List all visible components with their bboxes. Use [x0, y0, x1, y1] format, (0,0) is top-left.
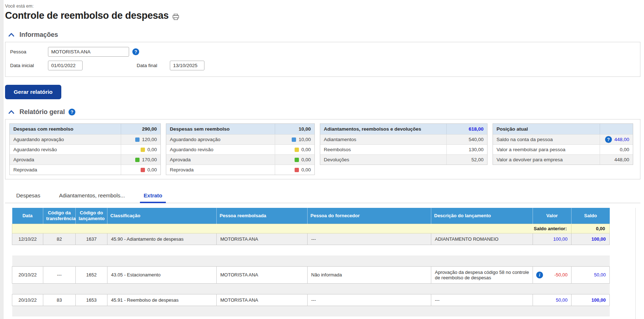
- page-title: Controle de reembolso de despesas: [5, 10, 169, 21]
- card-row-value-cell: 448,00: [600, 155, 633, 165]
- card-total: 290,00: [121, 124, 160, 134]
- card-row-label: Aprovada: [166, 157, 275, 162]
- card-row-value-cell: 10,00: [275, 135, 314, 144]
- saldo-conta-help-icon[interactable]: ?: [605, 136, 612, 143]
- card-row-value-cell: 540,00: [446, 135, 487, 144]
- data-inicial-input[interactable]: [48, 61, 83, 70]
- cell-pessoa-reembolsada: MOTORISTA ANA: [217, 294, 308, 306]
- card-row-value: 120,00: [142, 137, 157, 142]
- card-title: Despesas com reembolso: [10, 126, 121, 132]
- card-row-label: Aguardando revisão: [166, 147, 275, 152]
- card-row-label: Saldo na conta da pessoa: [493, 137, 600, 142]
- card-row-value: 448,00: [614, 157, 629, 162]
- tab-extrato[interactable]: Extrato: [143, 190, 163, 203]
- card-row-label: Aprovada: [10, 157, 121, 162]
- card-row-value: 10,00: [299, 137, 311, 142]
- gerar-relatorio-button[interactable]: Gerar relatório: [5, 85, 61, 99]
- summary-card-header: Posição atual: [493, 124, 633, 134]
- cell-data: 12/10/22: [12, 233, 43, 245]
- status-swatch-icon: [292, 137, 296, 142]
- status-swatch-icon: [135, 137, 140, 142]
- pessoa-label: Pessoa: [10, 49, 48, 54]
- cell-descricao: Aprovação da despesa código 58 no contro…: [431, 266, 533, 283]
- cell-saldo: 50,00: [572, 266, 610, 283]
- print-icon[interactable]: [172, 14, 179, 20]
- card-row-label: Aguardando aprovação: [10, 137, 121, 142]
- tab-adiantamentos[interactable]: Adiantamentos, reembols...: [58, 190, 126, 203]
- collapse-relatorio-geral-icon[interactable]: [8, 110, 14, 114]
- card-row-value: 170,00: [142, 157, 157, 162]
- saldo-anterior-row: Saldo anterior:0,00: [12, 224, 610, 233]
- column-header: Código da transferência: [43, 208, 76, 224]
- cell-valor: 100,00: [533, 233, 572, 245]
- status-swatch-icon: [141, 148, 145, 152]
- saldo-value: 100,00: [591, 236, 606, 242]
- saldo-anterior-value: 0,00: [572, 224, 610, 233]
- cell-valor: 50,00: [533, 294, 572, 306]
- card-row-value-cell: 130,00: [446, 145, 487, 154]
- data-final-label: Data final: [137, 63, 170, 68]
- saldo-value: 50,00: [594, 272, 606, 278]
- data-final-input[interactable]: [170, 61, 204, 70]
- extrato-header-row: DataCódigo da transferênciaCódigo do lan…: [12, 208, 610, 224]
- card-row-value-cell: 0,00: [121, 145, 160, 154]
- relatorio-geral-help-icon[interactable]: ?: [69, 109, 75, 115]
- card-row: Aprovada0,00: [166, 154, 314, 165]
- cell-valor: i-50,00: [533, 266, 572, 283]
- card-row-value: 540,00: [469, 137, 484, 142]
- card-row-label: Reprovada: [166, 167, 275, 172]
- data-inicial-label: Data inicial: [10, 63, 48, 68]
- card-row-value-cell: 0,00: [275, 155, 314, 165]
- summary-card-header: Adiantamentos, reembolsos e devoluções61…: [320, 124, 487, 134]
- card-row: Saldo na conta da pessoa?448,00: [493, 134, 633, 144]
- card-row: Adiantamentos540,00: [320, 134, 487, 144]
- card-row: Devoluções52,00: [320, 154, 487, 165]
- valor-value: 50,00: [556, 297, 568, 303]
- spacer-cell: [12, 245, 610, 255]
- cell-cod-transferencia: 83: [43, 294, 76, 306]
- spacer-row: [12, 255, 610, 266]
- column-header: Pessoa reembolsada: [217, 208, 308, 224]
- tab-despesas[interactable]: Despesas: [16, 190, 41, 203]
- cell-cod-transferencia: 82: [43, 233, 76, 245]
- card-row-value: 0,00: [620, 147, 629, 152]
- cell-classificacao: 43.05 - Estacionamento: [107, 266, 217, 283]
- card-row-value: 448,00: [614, 137, 629, 142]
- card-row-label: Aguardando revisão: [10, 147, 121, 152]
- card-row-value: 130,00: [469, 147, 484, 152]
- card-row-label: Reembolsos: [320, 147, 446, 152]
- card-row: Reprovada0,00: [166, 165, 314, 175]
- card-row-value: 0,00: [301, 157, 311, 162]
- card-row-value-cell: 0,00: [121, 165, 160, 175]
- cell-descricao: ADIANTAMENTO ROMANEIO: [431, 233, 533, 245]
- left-gutter: [0, 0, 4, 319]
- column-header: Pessoa do fornecedor: [308, 208, 431, 224]
- cell-classificacao: 45.91 - Reembolso de despesas: [107, 294, 217, 306]
- collapse-informacoes-icon[interactable]: [8, 33, 14, 37]
- column-header: Valor: [533, 208, 572, 224]
- saldo-value: 100,00: [591, 297, 606, 303]
- card-row: Aguardando revisão0,00: [166, 144, 314, 154]
- lancamento-info-icon[interactable]: i: [536, 271, 543, 278]
- spacer-row: [12, 245, 610, 255]
- card-row: Reembolsos130,00: [320, 144, 487, 154]
- cell-classificacao: 45.90 - Adiantamento de despesas: [107, 233, 217, 245]
- status-swatch-icon: [295, 148, 299, 152]
- cell-cod-lancamento: 1653: [76, 294, 107, 306]
- summary-card-header: Despesas com reembolso290,00: [10, 124, 160, 134]
- card-row-value: 0,00: [147, 167, 157, 172]
- card-row-label: Adiantamentos: [320, 137, 446, 142]
- content-right-border: [635, 208, 636, 319]
- pessoa-input[interactable]: [48, 47, 129, 57]
- card-row-value-cell: 0,00: [275, 145, 314, 154]
- card-row-label: Devoluções: [320, 157, 446, 162]
- spacer-row: [12, 306, 610, 316]
- card-row: Reprovada0,00: [10, 165, 160, 175]
- card-row: Aguardando revisão0,00: [10, 144, 160, 154]
- card-row-value: 0,00: [301, 167, 311, 172]
- cell-pessoa-fornecedor: ---: [308, 294, 431, 306]
- card-total: [600, 124, 633, 134]
- card-row-value-cell: 120,00: [121, 135, 160, 144]
- card-row-value-cell: 170,00: [121, 155, 160, 165]
- pessoa-help-icon[interactable]: ?: [132, 48, 139, 55]
